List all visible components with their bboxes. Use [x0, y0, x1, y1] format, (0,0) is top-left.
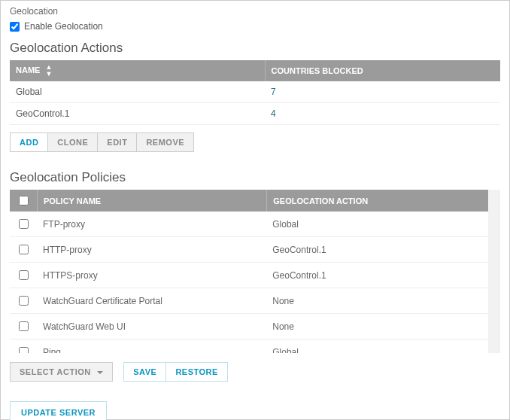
- policy-name: FTP-proxy: [37, 212, 266, 237]
- chevron-down-icon: [97, 371, 103, 374]
- actions-col-name[interactable]: NAME ▲▼: [10, 60, 265, 81]
- actions-row-name: Global: [10, 81, 265, 103]
- policy-row[interactable]: FTP-proxy Global: [10, 212, 488, 237]
- policy-row[interactable]: Ping Global: [10, 339, 488, 354]
- actions-row-count: 7: [265, 81, 500, 103]
- policy-row[interactable]: HTTPS-proxy GeoControl.1: [10, 263, 488, 288]
- policy-row-checkbox[interactable]: [19, 321, 29, 331]
- page-title: Geolocation: [10, 6, 500, 17]
- restore-button[interactable]: RESTORE: [166, 362, 227, 382]
- policies-col-action[interactable]: GEOLOCATION ACTION: [267, 190, 488, 212]
- policy-action: None: [266, 314, 488, 339]
- select-all-header: [10, 190, 38, 212]
- policy-row-checkbox[interactable]: [19, 245, 29, 254]
- actions-col-countries[interactable]: COUNTRIES BLOCKED: [265, 60, 500, 81]
- select-action-dropdown[interactable]: SELECT ACTION: [10, 362, 113, 382]
- policy-row[interactable]: HTTP-proxy GeoControl.1: [10, 237, 488, 263]
- policy-row[interactable]: WatchGuard Certificate Portal None: [10, 288, 488, 314]
- policy-name: WatchGuard Web UI: [37, 314, 266, 339]
- add-button[interactable]: ADD: [10, 132, 48, 152]
- policy-row-checkbox[interactable]: [19, 219, 29, 229]
- policy-name: Ping: [37, 339, 266, 354]
- policy-row[interactable]: WatchGuard Web UI None: [10, 314, 488, 339]
- select-all-checkbox[interactable]: [19, 196, 29, 205]
- update-server-button[interactable]: UPDATE SERVER: [10, 401, 107, 420]
- policies-heading: Geolocation Policies: [10, 170, 500, 185]
- policies-col-name[interactable]: POLICY NAME: [38, 190, 267, 212]
- footer-row: UPDATE SERVER: [10, 401, 500, 420]
- geolocation-panel: Geolocation Enable Geolocation Geolocati…: [0, 0, 510, 420]
- policies-button-row: SELECT ACTION SAVE RESTORE: [10, 362, 500, 382]
- policy-action: Global: [266, 339, 488, 354]
- policy-action: GeoControl.1: [266, 237, 488, 263]
- policies-table-container: POLICY NAME GEOLOCATION ACTION FTP-proxy…: [10, 190, 500, 353]
- remove-button[interactable]: REMOVE: [137, 132, 194, 152]
- enable-geolocation-row: Enable Geolocation: [10, 21, 500, 32]
- policy-row-checkbox[interactable]: [19, 270, 29, 280]
- actions-row-count: 4: [265, 103, 500, 125]
- actions-row[interactable]: Global 7: [10, 81, 500, 103]
- actions-button-row: ADD CLONE EDIT REMOVE: [10, 132, 500, 152]
- policy-name: HTTPS-proxy: [37, 263, 266, 288]
- policies-table: POLICY NAME GEOLOCATION ACTION: [10, 190, 488, 212]
- save-button[interactable]: SAVE: [123, 362, 166, 382]
- policy-action: Global: [266, 212, 488, 237]
- policy-action: None: [266, 288, 488, 314]
- actions-table: NAME ▲▼ COUNTRIES BLOCKED Global 7 GeoCo…: [10, 60, 500, 125]
- enable-geolocation-checkbox[interactable]: [10, 22, 20, 32]
- policies-section: Geolocation Policies POLICY NAME GEOLOCA…: [10, 170, 500, 382]
- policy-name: HTTP-proxy: [37, 237, 266, 263]
- actions-row[interactable]: GeoControl.1 4: [10, 103, 500, 125]
- policy-row-checkbox[interactable]: [19, 296, 29, 306]
- edit-button[interactable]: EDIT: [98, 132, 137, 152]
- sort-icon: ▲▼: [45, 64, 52, 78]
- actions-heading: Geolocation Actions: [10, 41, 500, 56]
- policies-scroll-area: FTP-proxy Global HTTP-proxy GeoControl.1…: [10, 212, 488, 353]
- clone-button[interactable]: CLONE: [48, 132, 98, 152]
- policy-name: WatchGuard Certificate Portal: [37, 288, 266, 314]
- actions-row-name: GeoControl.1: [10, 103, 265, 125]
- policy-row-checkbox[interactable]: [19, 347, 29, 353]
- policy-action: GeoControl.1: [266, 263, 488, 288]
- enable-geolocation-label: Enable Geolocation: [24, 21, 103, 32]
